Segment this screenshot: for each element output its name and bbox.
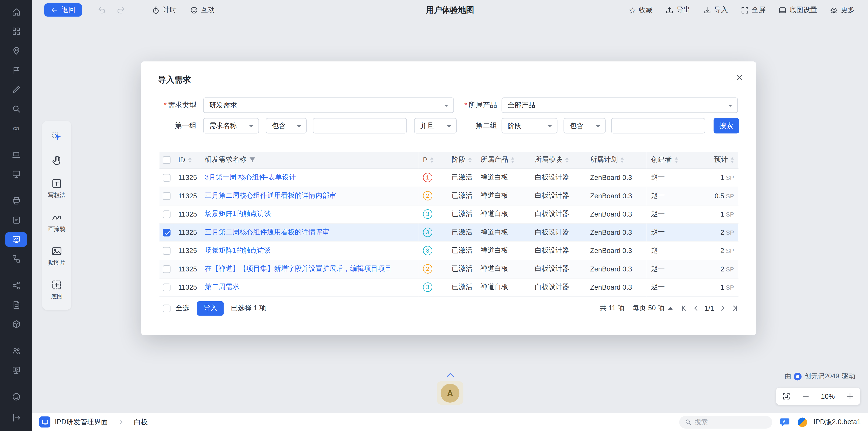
sidebar-item-package[interactable]: [5, 317, 27, 332]
sort-plan-control[interactable]: [621, 157, 624, 163]
per-page-selector[interactable]: 每页 50 项: [632, 303, 672, 313]
favorite-button[interactable]: ☆收藏: [629, 5, 653, 14]
last-page-button[interactable]: [731, 305, 738, 312]
avatar: A: [440, 383, 459, 402]
modal-close-button[interactable]: ×: [734, 69, 745, 85]
box-icon: [11, 319, 21, 329]
sort-stage-control[interactable]: [468, 157, 472, 163]
sidebar-item-flag[interactable]: [5, 62, 27, 78]
select-tool[interactable]: [42, 125, 71, 149]
redo-button[interactable]: [116, 5, 125, 14]
requirement-link[interactable]: 三月第二周核心组件通用看板的详情评审: [205, 228, 329, 236]
requirement-link[interactable]: 场景矩阵1的触点访谈: [205, 246, 271, 254]
sidebar-item-flow[interactable]: [5, 251, 27, 267]
sidebar-item-infinity[interactable]: ∞: [5, 121, 27, 136]
group2-field-select[interactable]: 阶段: [502, 118, 557, 133]
version-label: IPD版2.0.beta1: [813, 417, 861, 427]
sort-creator-control[interactable]: [675, 157, 678, 163]
basemap-settings-button[interactable]: 底图设置: [778, 5, 817, 14]
import-button[interactable]: 导入: [703, 5, 728, 14]
sidebar-item-document[interactable]: [5, 297, 27, 312]
sidebar-item-users[interactable]: [5, 343, 27, 358]
sort-id-control[interactable]: [188, 157, 191, 163]
hand-tool[interactable]: [42, 148, 71, 172]
group1-value-input[interactable]: [313, 118, 407, 133]
first-page-button[interactable]: [680, 305, 687, 312]
back-button[interactable]: 返回: [44, 3, 82, 17]
sidebar-item-apps[interactable]: [5, 24, 27, 39]
requirement-link[interactable]: 3月第一周 核心组件-表单设计: [205, 173, 296, 181]
group2-operator-select[interactable]: 包含: [564, 118, 606, 133]
interact-button[interactable]: 互动: [190, 5, 215, 14]
import-confirm-button[interactable]: 导入: [197, 301, 223, 315]
requirement-link[interactable]: 第二周需求: [205, 283, 239, 291]
app-switcher-button[interactable]: [39, 417, 51, 427]
search-button[interactable]: 搜索: [714, 118, 739, 133]
prev-page-button[interactable]: [692, 305, 700, 312]
doodle-tool[interactable]: 画涂鸦: [42, 206, 71, 239]
fullscreen-button[interactable]: 全屏: [741, 5, 766, 14]
group1-operator-select[interactable]: 包含: [266, 118, 307, 133]
undo-button[interactable]: [97, 5, 106, 14]
sidebar-item-design-board[interactable]: [5, 167, 27, 182]
sort-estimate-control[interactable]: [731, 157, 734, 163]
sidebar-item-whiteboard[interactable]: [5, 232, 27, 247]
sidebar-item-pen[interactable]: [5, 82, 27, 97]
sidebar-item-share[interactable]: [5, 278, 27, 293]
collapse-panel-chevron[interactable]: [446, 372, 454, 378]
product-select[interactable]: 全部产品: [502, 97, 738, 113]
sidebar-item-home[interactable]: [5, 4, 27, 20]
select-all-header-checkbox[interactable]: [163, 156, 170, 164]
next-page-button[interactable]: [719, 305, 726, 312]
sidebar-item-location[interactable]: [5, 43, 27, 58]
breadcrumb-page[interactable]: 白板: [134, 417, 148, 427]
sort-product-control[interactable]: [511, 157, 514, 163]
fit-screen-icon[interactable]: [782, 392, 790, 400]
basemap-tool[interactable]: 底图: [42, 273, 71, 307]
row-checkbox[interactable]: [163, 228, 170, 237]
basemap-frame-icon: [51, 279, 62, 291]
ai-assistant-button[interactable]: AI: [779, 417, 791, 427]
req-type-select[interactable]: 研发需求: [203, 97, 454, 113]
cell-estimate: 2SP: [691, 241, 739, 259]
sort-module-control[interactable]: [565, 157, 568, 163]
group-join-select[interactable]: 并且: [414, 118, 457, 133]
row-checkbox[interactable]: [163, 210, 170, 218]
row-checkbox[interactable]: [163, 174, 170, 182]
window-icon: [778, 6, 787, 14]
zentao-logo-icon[interactable]: [798, 417, 807, 427]
more-button[interactable]: 更多: [830, 5, 855, 14]
group2-value-input[interactable]: [611, 118, 705, 133]
sort-priority-control[interactable]: [430, 157, 434, 163]
caret-up-icon: [668, 307, 672, 310]
requirement-link[interactable]: 在【禅道】【项目集】新增字段并设置扩展后，编辑项目项目: [205, 265, 392, 273]
sidebar-item-notes[interactable]: [5, 213, 27, 228]
app-logo-icon: [41, 418, 49, 426]
row-checkbox[interactable]: [163, 283, 170, 291]
export-button[interactable]: 导出: [665, 5, 690, 14]
sidebar-item-help[interactable]: [5, 389, 27, 404]
group1-field-select[interactable]: 需求名称: [203, 118, 259, 133]
paste-image-tool[interactable]: 贴图片: [42, 239, 71, 273]
write-idea-tool[interactable]: 写想法: [42, 172, 71, 205]
select-all-checkbox[interactable]: [163, 304, 170, 312]
zoom-in-icon[interactable]: [846, 392, 854, 400]
sidebar-item-presentation[interactable]: [5, 363, 27, 378]
zoom-out-icon[interactable]: [802, 392, 810, 400]
row-checkbox[interactable]: [163, 247, 170, 255]
timer-button[interactable]: 计时: [152, 5, 177, 14]
ai-chat-icon: AI: [779, 417, 791, 427]
sidebar-item-printer[interactable]: [5, 193, 27, 208]
requirement-link[interactable]: 三月第二周核心组件通用看板的详情内部审: [205, 191, 336, 199]
sidebar-collapse-button[interactable]: [5, 410, 27, 426]
filter-funnel-icon[interactable]: [249, 157, 256, 163]
row-checkbox[interactable]: [163, 265, 170, 273]
sidebar-item-laptop[interactable]: [5, 147, 27, 162]
cell-creator: 赵一: [647, 205, 691, 223]
global-search-input[interactable]: [694, 418, 767, 426]
sidebar-item-search[interactable]: [5, 101, 27, 116]
row-checkbox[interactable]: [163, 192, 170, 200]
requirement-link[interactable]: 场景矩阵1的触点访谈: [205, 210, 271, 218]
avatar-plate[interactable]: A: [437, 381, 463, 405]
breadcrumb-app[interactable]: IPD研发管理界面: [55, 417, 108, 427]
